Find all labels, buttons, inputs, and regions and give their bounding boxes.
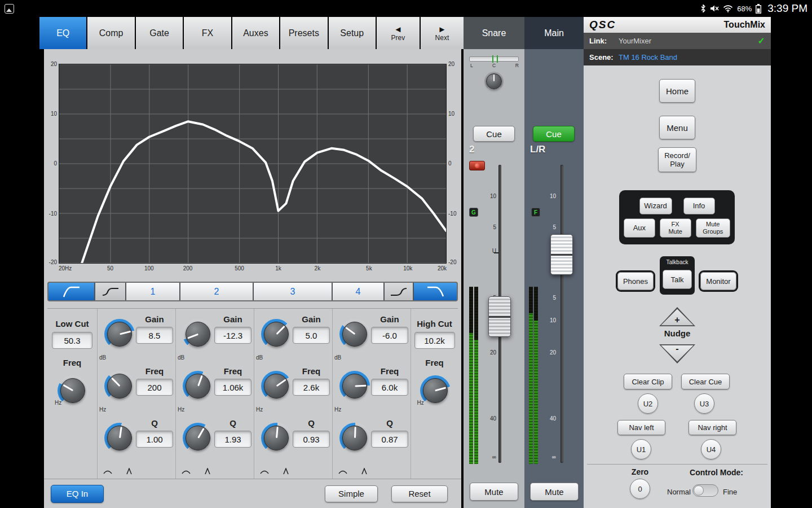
fx-mute-button[interactable]: FX Mute <box>660 218 691 238</box>
high-cut-value[interactable]: 10.2k <box>414 332 455 349</box>
channel-name-label: Snare <box>464 17 524 49</box>
fader-scale-label: 20 <box>484 349 496 356</box>
nudge-down-button[interactable]: - <box>659 344 695 364</box>
fader-scale-label: 10 <box>544 317 556 323</box>
phones-button[interactable]: Phones <box>617 272 654 290</box>
band3-gain-knob[interactable] <box>261 319 292 349</box>
main-mute-button[interactable]: Mute <box>530 483 579 501</box>
prev-channel-button[interactable]: ◄ Prev <box>377 17 420 49</box>
band4-q-value[interactable]: 0.87 <box>371 431 408 448</box>
band1-freq-value[interactable]: 200 <box>136 379 173 396</box>
control-mode-toggle[interactable] <box>692 484 718 497</box>
eq-curve-area[interactable] <box>59 64 447 264</box>
channel-strip-2: Snare L C R Cue 2 G 10 5 U 5 10 <box>464 17 524 508</box>
clear-cue-button[interactable]: Clear Cue <box>681 374 730 389</box>
home-button[interactable]: Home <box>659 79 695 103</box>
pan-slider[interactable] <box>469 56 519 62</box>
band1-freq-knob[interactable] <box>104 371 135 401</box>
band3-gain-value[interactable]: 5.0 <box>293 327 330 344</box>
band4-gain-knob[interactable] <box>339 319 370 349</box>
wizard-button[interactable]: Wizard <box>639 198 672 214</box>
band2-freq-value[interactable]: 1.06k <box>214 379 251 396</box>
band2-gain-value[interactable]: -12.3 <box>214 327 251 344</box>
aux-button[interactable]: Aux <box>624 218 655 238</box>
monitor-button[interactable]: Monitor <box>700 272 736 290</box>
q-label: Q <box>308 418 315 428</box>
high-cut-band-button[interactable] <box>414 283 457 300</box>
battery-percent: 68% <box>737 5 752 13</box>
band2-gain-knob[interactable] <box>183 319 213 349</box>
band1-gain-knob[interactable] <box>104 319 135 349</box>
band3-q-knob[interactable] <box>261 423 292 453</box>
channel-fader-handle[interactable] <box>488 296 511 337</box>
low-cut-band-button[interactable] <box>48 283 94 300</box>
low-cut-value[interactable]: 50.3 <box>52 332 92 349</box>
main-fader-handle[interactable] <box>550 234 573 275</box>
band4-freq-knob[interactable] <box>339 371 370 401</box>
band4-freq-value[interactable]: 6.0k <box>371 379 408 396</box>
user-button-u1[interactable]: U1 <box>631 439 651 459</box>
fader-scale-label: ∞ <box>544 454 556 460</box>
band-2-button[interactable]: 2 <box>180 283 253 300</box>
band2-q-knob[interactable] <box>183 423 213 453</box>
tab-fx[interactable]: FX <box>184 17 231 49</box>
tab-comp[interactable]: Comp <box>87 17 134 49</box>
y-tick: -20 <box>49 259 57 265</box>
record-play-button[interactable]: Record/ Play <box>658 147 696 172</box>
band-4-button[interactable]: 4 <box>333 283 383 300</box>
channel-number: 2 <box>469 144 474 155</box>
band2-freq-knob[interactable] <box>183 371 213 401</box>
band4-gain-value[interactable]: -6.0 <box>371 327 408 344</box>
talkback-label: Talkback <box>660 259 695 265</box>
reset-button[interactable]: Reset <box>391 485 448 502</box>
record-arm-button[interactable] <box>469 161 485 170</box>
low-cut-freq-knob[interactable] <box>58 375 88 406</box>
wide-bell-icon <box>338 468 347 475</box>
user-button-u2[interactable]: U2 <box>638 393 658 414</box>
pan-knob[interactable] <box>484 72 504 91</box>
clear-clip-button[interactable]: Clear Clip <box>624 374 672 389</box>
q-label: Q <box>230 418 236 428</box>
tab-gate[interactable]: Gate <box>136 17 183 49</box>
info-button[interactable]: Info <box>683 198 715 214</box>
y-tick: 0 <box>448 160 452 167</box>
channel-level-meter <box>469 287 478 464</box>
band2-q-value[interactable]: 1.93 <box>214 431 251 448</box>
band-1-button[interactable]: 1 <box>126 283 179 300</box>
nudge-up-button[interactable]: + <box>659 307 695 326</box>
zero-button[interactable]: 0 <box>630 479 650 499</box>
band3-freq-knob[interactable] <box>261 371 292 401</box>
x-tick: 10k <box>403 265 412 271</box>
tab-eq[interactable]: EQ <box>39 17 86 49</box>
band1-q-knob[interactable] <box>104 423 135 453</box>
simple-button[interactable]: Simple <box>325 485 378 502</box>
tab-setup[interactable]: Setup <box>329 17 376 49</box>
next-channel-button[interactable]: ► Next <box>421 17 464 49</box>
nav-left-button[interactable]: Nav left <box>617 420 665 435</box>
channel-cue-button[interactable]: Cue <box>473 126 515 142</box>
talk-button[interactable]: Talk <box>663 270 692 289</box>
function-button-group: Wizard Info Aux FX Mute Mute Groups <box>619 190 735 244</box>
nav-right-button[interactable]: Nav right <box>689 420 736 435</box>
channel-mute-button[interactable]: Mute <box>470 483 518 501</box>
x-tick: 500 <box>235 265 244 271</box>
band-3-button[interactable]: 3 <box>254 283 332 300</box>
band3-freq-value[interactable]: 2.6k <box>293 379 330 396</box>
band1-q-value[interactable]: 1.00 <box>136 431 173 448</box>
tab-auxes[interactable]: Auxes <box>232 17 279 49</box>
mute-groups-button[interactable]: Mute Groups <box>696 218 731 238</box>
eq-in-button[interactable]: EQ In <box>51 485 104 503</box>
low-shelf-band-button[interactable] <box>95 283 125 300</box>
menu-button[interactable]: Menu <box>659 116 695 139</box>
high-cut-freq-knob[interactable] <box>420 375 451 406</box>
main-cue-button[interactable]: Cue <box>533 126 575 142</box>
user-button-u3[interactable]: U3 <box>694 393 714 414</box>
high-shelf-band-button[interactable] <box>385 283 413 300</box>
tab-presets[interactable]: Presets <box>280 17 327 49</box>
freq-label: Freq <box>145 366 164 376</box>
band3-q-value[interactable]: 0.93 <box>293 431 330 448</box>
band4-q-knob[interactable] <box>339 423 370 453</box>
main-strip-header[interactable]: Main <box>524 17 584 49</box>
band1-gain-value[interactable]: 8.5 <box>136 327 173 344</box>
user-button-u4[interactable]: U4 <box>701 439 721 459</box>
